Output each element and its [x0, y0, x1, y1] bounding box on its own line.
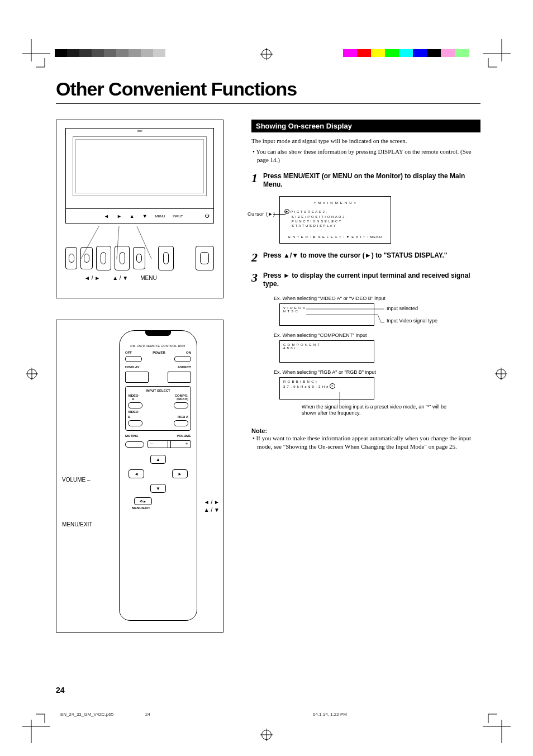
ex2-line2: 4 8 0 i [283, 346, 370, 350]
remote-diagram: RM-C579 REMOTE CONTROL UNIT OFF POWER ON [56, 320, 223, 633]
step-3-num: 3 [251, 272, 258, 289]
volume-label: VOLUME [177, 434, 191, 438]
tv-control-strip: ◄ ► ▲ ▼ MENU INPUT ⏻ [65, 209, 214, 224]
muting-label: MUTING [125, 434, 139, 438]
cursor-leader-line [273, 214, 285, 215]
compo-button[interactable] [174, 402, 188, 408]
step-3-text: Press ► to display the current input ter… [263, 272, 480, 289]
right-column: Showing On-screen Display The input mode… [251, 120, 480, 633]
color-bar [343, 49, 469, 57]
osd-item-3: S T A T U S D I S P L A Y [284, 224, 386, 227]
footer-file: EN_24_33_GM_V42C.p65 [60, 712, 113, 717]
footer-stamp: 04.1.14, 1:22 PM [313, 712, 347, 717]
osd-item-1: S I Z E / P O S I T I O N A D J . [284, 215, 386, 218]
footer-pg: 24 [145, 712, 150, 717]
input-select-group: INPUT SELECT VIDEO A COMPO. /(RGB B) [125, 386, 191, 431]
btn-power-label: POWER [153, 351, 165, 354]
osd-item-2: F U N C T I O N S E L E C T [284, 220, 386, 223]
display-label: DISPLAY [125, 365, 139, 369]
volume-rocker[interactable]: – + [147, 440, 191, 448]
input-select-label: INPUT SELECT [128, 389, 188, 392]
btn-on-label: ON [186, 351, 191, 354]
cursor-label: Cursor (►) [248, 211, 275, 217]
rgb-a-button[interactable] [174, 420, 188, 426]
rgb-a-label: RGB A [178, 415, 188, 419]
btn-off-label: OFF [125, 351, 132, 354]
osd-main-menu: Cursor (►) < M A I N M E N U > ►P I C T … [279, 196, 391, 244]
registration-mark-bottom [261, 730, 272, 740]
intro-bullet: • You can also show these information by… [251, 148, 480, 164]
video-b-button[interactable] [128, 420, 142, 426]
ptr-volume-minus: VOLUME – [62, 477, 91, 483]
tv-frame [65, 128, 214, 209]
panel-menu-label: MENU [155, 215, 165, 218]
ex1-line2: N T S C [283, 310, 370, 313]
ex2-label: Ex. When selecting "COMPONENT" input [274, 332, 480, 338]
menu-exit-button[interactable]: ▸ [134, 497, 152, 505]
note-heading: Note: [251, 427, 480, 434]
note-body: • If you want to make these information … [251, 434, 480, 451]
remote-body: RM-C579 REMOTE CONTROL UNIT OFF POWER ON [119, 330, 197, 621]
registration-mark-top [261, 49, 272, 59]
osd-footer: E N T E R : ► S E L E C T : ▼ E X I T : … [284, 235, 386, 239]
panel-right-icon: ► [117, 213, 122, 219]
dpad-left[interactable]: ◄ [129, 469, 144, 478]
ex3-label: Ex. When selecting "RGB A" or "RGB B" in… [274, 369, 480, 375]
step-1-text: Press MENU/EXIT (or MENU on the Monitor)… [263, 172, 480, 189]
panel-left-icon: ◄ [104, 213, 109, 219]
section-header: Showing On-screen Display [251, 120, 480, 132]
asterisk-icon: * [330, 383, 335, 389]
ex2-box: C O M P O N E N T 4 8 0 i [279, 340, 374, 363]
aspect-label: ASPECT [178, 365, 191, 369]
step-3: 3 Press ► to display the current input t… [251, 272, 480, 289]
registration-mark-right [496, 369, 506, 379]
page-number: 24 [56, 686, 65, 695]
page-content: Other Convenient Functions ◄ ► ▲ ▼ MENU … [56, 78, 480, 633]
rgb-b-sub-label: /(RGB B) [175, 397, 188, 401]
video-b-label: B [128, 415, 130, 419]
menu-exit-label: MENU/EXIT [132, 506, 197, 510]
display-button[interactable] [125, 372, 149, 383]
video-a-label: A [128, 397, 139, 401]
aspect-button[interactable] [168, 372, 191, 383]
step-2-num: 2 [251, 251, 258, 264]
dpad-up[interactable]: ▲ [150, 455, 166, 464]
remote-model-text: RM-C579 REMOTE CONTROL UNIT [120, 344, 197, 348]
ex1-callout1: Input selected [387, 306, 418, 311]
video-grp-label: VIDEO [128, 410, 188, 413]
dpad-down[interactable]: ▼ [150, 484, 166, 493]
monitor-ud-label: ▲ / ▼ [112, 275, 128, 281]
ex3-line2: 3 7 . 9 k H z 6 0 . 3 H z [283, 385, 329, 388]
panel-up-icon: ▲ [130, 213, 135, 219]
on-button[interactable] [174, 356, 191, 362]
ex1-box: V I D E O A N T S C [279, 303, 374, 326]
panel-input-label: INPUT [173, 215, 183, 218]
page-title: Other Convenient Functions [56, 78, 480, 104]
ptr-lr: ◄ / ► [204, 499, 220, 505]
power-icon: ⏻ [204, 213, 209, 218]
dpad-right[interactable]: ► [172, 469, 188, 478]
left-column: ◄ ► ▲ ▼ MENU INPUT ⏻ [56, 120, 235, 633]
step-1: 1 Press MENU/EXIT (or MENU on the Monito… [251, 172, 480, 189]
off-button[interactable] [125, 356, 142, 362]
jack-row [65, 246, 214, 270]
osd-item-0: P I C T U R E A D J . [291, 210, 327, 213]
remote-ir-window [145, 330, 171, 336]
monitor-lr-label: ◄ / ► [84, 275, 100, 281]
step-1-num: 1 [251, 172, 258, 189]
ex3-box: R G B B ( B N C ) 3 7 . 9 k H z 6 0 . 3 … [279, 377, 374, 400]
muting-button[interactable] [125, 441, 144, 448]
osd-cursor-icon: ► [284, 209, 289, 214]
video-a-button[interactable] [128, 402, 142, 408]
asterisk-note: When the signal being input is a preset … [302, 404, 453, 417]
panel-down-icon: ▼ [142, 213, 147, 219]
step-2: 2 Press ▲/▼ to move the cursor (►) to "S… [251, 251, 480, 264]
monitor-diagram: ◄ ► ▲ ▼ MENU INPUT ⏻ [56, 120, 223, 298]
intro-text: The input mode and signal type will be i… [251, 137, 480, 145]
grayscale-bar [55, 49, 165, 57]
registration-mark-left [27, 369, 37, 379]
step-2-text: Press ▲/▼ to move the cursor (►) to "STA… [263, 251, 480, 264]
ex1-label: Ex. When selecting "VIDEO A" or "VIDEO B… [274, 296, 480, 301]
ex1-callout2: Input Video signal type [387, 318, 459, 324]
ptr-ud: ▲ / ▼ [204, 507, 220, 513]
